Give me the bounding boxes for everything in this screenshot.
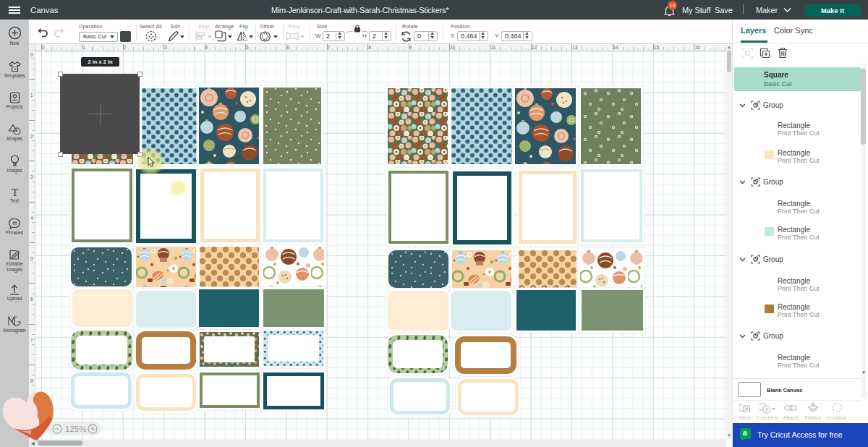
svg-text:T: T xyxy=(11,187,17,197)
